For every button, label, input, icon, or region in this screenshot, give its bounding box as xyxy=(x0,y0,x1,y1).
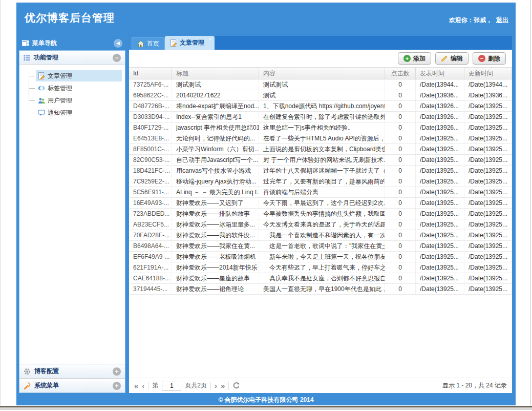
cell-id: 16E49A93-... xyxy=(129,198,172,208)
expand-plus-icon[interactable]: + xyxy=(113,367,121,376)
table-row[interactable]: EF6F49A9-...财神爱欢乐——老板吸油烟机 新年来啦，今天是上班第一天，… xyxy=(129,252,512,262)
refresh-icon[interactable] xyxy=(232,382,240,389)
delete-button[interactable]: − 删除 xyxy=(473,52,506,65)
cell-update-time: /Date(13925... xyxy=(464,155,512,165)
cell-publish-time: /Date(13925... xyxy=(416,284,464,294)
home-icon xyxy=(137,40,144,47)
prev-page-icon[interactable]: ‹ xyxy=(142,382,144,389)
cell-id: 8F85001C-... xyxy=(129,144,172,154)
gear-icon xyxy=(24,368,31,375)
cell-title: 财神爱欢乐——星座的故事 xyxy=(172,273,259,283)
cell-update-time: /Date(13925... xyxy=(464,273,512,283)
table-row[interactable]: 8F85001C-...小菜学习Winform（六）剪切...上面说的是剪切板的… xyxy=(129,144,512,155)
cell-publish-time: /Date(13925... xyxy=(416,209,464,219)
cell-id: EF6F49A9-... xyxy=(129,252,172,262)
copyright-text: © 合肥优尔电子科技有限公司 2014 xyxy=(218,396,313,404)
table-header: Id 标题 内容 点击数 发表时间 更新时间 xyxy=(129,68,512,79)
accordion-panel-label: 功能管理 xyxy=(34,53,58,62)
tab-home[interactable]: 首页 xyxy=(132,37,165,50)
page-suffix-label: 页共2页 xyxy=(185,381,207,390)
add-button-label: 添加 xyxy=(413,54,425,63)
cell-title: 财神爱欢乐——排队的故事 xyxy=(172,209,259,219)
table-row[interactable]: 18D421FC-...用canvas写个接水管小游戏过年的十八天假期迷迷糊糊一… xyxy=(129,166,512,176)
pagination-bar: « ‹ 第 页共2页 › » 显示 1 - 20，共 24 记录 xyxy=(129,378,512,393)
cell-title: 财神爱欢乐——老板吸油烟机 xyxy=(172,252,259,262)
accordion-panel-blog-config[interactable]: 博客配置 + xyxy=(19,364,125,378)
sidebar-tree: 文章管理 标签管理 用户管理 xyxy=(19,65,125,364)
page-number-input[interactable] xyxy=(162,381,181,391)
next-page-icon[interactable]: › xyxy=(215,382,217,389)
sidebar-item-tag-manage[interactable]: 标签管理 xyxy=(36,83,122,94)
column-header-clicks[interactable]: 点击数 xyxy=(385,68,416,79)
cell-content: 在看了一些关于HTML5 Audio API的资源后，... xyxy=(259,133,385,143)
cell-title: 2014020271622 xyxy=(172,90,259,100)
cell-clicks: 0 xyxy=(385,219,416,230)
table-row[interactable]: E64513E8-...无论何时，记得做好代码的...在看了一些关于HTML5 … xyxy=(129,133,512,144)
edit-button[interactable]: 编辑 xyxy=(435,52,469,65)
table-row[interactable]: 621F191A-...财神爱欢乐——2014新年快乐 今天有些迟了，早上打着暖… xyxy=(129,262,512,273)
accordion-panel-system-menu[interactable]: 系统菜单 + xyxy=(19,378,125,393)
table-row[interactable]: 70FAD28F-...财神爱欢乐——我的软件没... 我是一个喜欢制造不和谐因… xyxy=(129,230,512,241)
cell-title: 用canvas写个接水管小游戏 xyxy=(172,166,259,176)
column-header-publish-time[interactable]: 发表时间 xyxy=(416,68,464,79)
column-header-update-time[interactable]: 更新时间 xyxy=(464,68,512,79)
cell-update-time: /Date(13925... xyxy=(464,241,512,251)
table-row[interactable]: 6958622C-...2014020271622测试0/Date(13936.… xyxy=(129,90,512,101)
cell-id: D3033D94-... xyxy=(129,112,172,122)
table-row[interactable]: CAE64188-...财神爱欢乐——星座的故事 真庆幸我不是处女座，否则都不好… xyxy=(129,273,512,284)
cell-publish-time: /Date(13925... xyxy=(416,166,464,176)
table-row[interactable]: D3033D94-...Index--复合索引的思考1在创建复合索引时，除了考虑… xyxy=(129,112,512,122)
table-row[interactable]: 7C9259E2-...移动端-jquery Ajax执行滑动...过完年了，又… xyxy=(129,176,512,187)
table-row[interactable]: 73725AF6-...测试测试测试测试0/Date(13944.../Date… xyxy=(129,79,512,90)
table-row[interactable]: 723ABDED...财神爱欢乐——排队的故事今早被数据丢失的事情搞的焦头烂额，… xyxy=(129,209,512,219)
tab-bar: 首页 文章管理 ✕ xyxy=(129,36,512,50)
logout-link[interactable]: 退出 xyxy=(496,16,508,24)
sidebar-accordion: 功能管理 − 文章管理 标签管理 xyxy=(19,50,125,393)
collapse-minus-icon[interactable]: − xyxy=(113,54,121,62)
table-row[interactable]: B6498A64-...财神爱欢乐——我家住在黄... 这是一首老歌，歌词中说了… xyxy=(129,241,512,252)
cell-content: 在创建复合索引时，除了考虑索引键的选取外... xyxy=(259,112,385,122)
cell-content: 我是一个喜欢制造不和谐因素的人，有一次... xyxy=(259,230,385,240)
sidebar-collapse-icon[interactable]: ◀ xyxy=(114,39,122,48)
sidebar-item-label: 用户管理 xyxy=(48,96,72,105)
add-button[interactable]: + 添加 xyxy=(398,52,431,65)
cell-publish-time: /Date(13925... xyxy=(416,241,464,251)
toolbar: + 添加 编辑 − 删除 xyxy=(129,50,512,68)
sidebar-item-notice-manage[interactable]: 通知管理 xyxy=(36,107,122,118)
sidebar-item-label: 标签管理 xyxy=(48,84,72,93)
table-row[interactable]: B40F1729-...javascript 事件相关使用总结01这里总结一下j… xyxy=(129,122,512,133)
table-row[interactable]: 82C90C53-...自己动手用Javascript写一个...对 于一个用户… xyxy=(129,155,512,166)
delete-button-label: 删除 xyxy=(488,54,500,63)
cell-update-time: /Date(13925... xyxy=(464,187,512,197)
tab-close-icon[interactable]: ✕ xyxy=(208,36,212,42)
cell-title: 财神爱欢乐——我家住在黄... xyxy=(172,241,259,251)
column-header-title[interactable]: 标题 xyxy=(172,68,259,79)
table-row[interactable]: 16E49A93-...财神爱欢乐——又迟到了今天下雨，早晨迟到了，这个月已经迟… xyxy=(129,198,512,209)
cell-content: 对 于一个用户体验好的网站来说,无刷新技术... xyxy=(259,155,385,165)
accordion-panel-function[interactable]: 功能管理 − xyxy=(19,51,125,65)
column-header-id[interactable]: Id xyxy=(129,68,172,79)
expand-plus-icon[interactable]: + xyxy=(113,382,121,390)
window-border-right xyxy=(530,0,530,406)
page-prefix-label: 第 xyxy=(152,381,158,390)
table-row[interactable]: 37194445-...财神爱欢乐——裙角理论美国人一直很无聊，早在1900年代… xyxy=(129,284,512,295)
tab-article-manage[interactable]: 文章管理 ✕ xyxy=(165,36,215,50)
table-row[interactable]: AB23ECF5...财神爱欢乐——冰箱里最多...今天发博文看来真的是迟了，关… xyxy=(129,219,512,230)
cell-update-time: /Date(13944... xyxy=(464,79,512,90)
cell-title: 测试测试 xyxy=(172,79,259,90)
cell-title: 财神爱欢乐——冰箱里最多... xyxy=(172,219,259,230)
sidebar-item-article-manage[interactable]: 文章管理 xyxy=(36,70,122,81)
cell-content: 过完年了，又要有新的项目了，趁暴风雨前的... xyxy=(259,176,385,187)
pager-separator xyxy=(228,382,229,390)
last-page-icon[interactable]: » xyxy=(221,382,225,389)
table-row[interactable]: D487726B-...将node-expat扩展编译至nod...1、下载no… xyxy=(129,101,512,112)
article-icon xyxy=(170,39,177,47)
cell-clicks: 0 xyxy=(385,79,416,90)
column-header-content[interactable]: 内容 xyxy=(259,68,385,79)
welcome-label: 欢迎你：张威， xyxy=(449,16,492,24)
first-page-icon[interactable]: « xyxy=(134,382,138,389)
cell-update-time: /Date(13925... xyxy=(464,122,512,133)
sidebar-item-label: 文章管理 xyxy=(48,72,72,80)
sidebar-item-user-manage[interactable]: 用户管理 xyxy=(36,95,122,106)
table-row[interactable]: 5C56E911-...ALinq － － 最为完美的 Linq t...再谈前… xyxy=(129,187,512,198)
